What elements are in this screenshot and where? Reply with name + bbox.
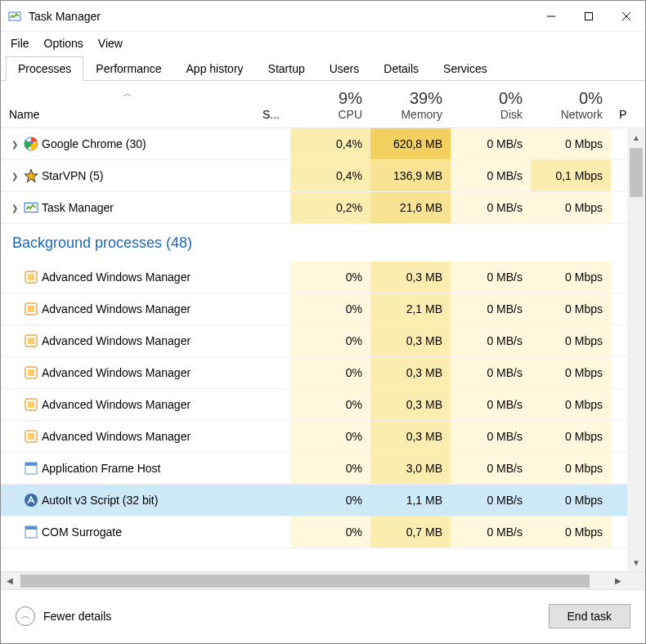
process-network: 0 Mbps [531, 453, 611, 484]
process-row[interactable]: Advanced Windows Manager 0% 2,1 MB 0 MB/… [1, 293, 627, 325]
process-network: 0 Mbps [531, 293, 611, 324]
process-network: 0 Mbps [531, 192, 611, 223]
process-row[interactable]: Advanced Windows Manager 0% 0,3 MB 0 MB/… [1, 421, 627, 453]
process-cpu: 0,2% [290, 192, 370, 223]
col-extra[interactable]: P [611, 103, 627, 127]
process-network: 0 Mbps [531, 357, 611, 388]
process-row[interactable]: Advanced Windows Manager 0% 0,3 MB 0 MB/… [1, 357, 627, 389]
scroll-left-icon[interactable]: ◀ [1, 572, 19, 589]
process-disk: 0 MB/s [451, 128, 531, 159]
expand-icon[interactable]: ❯ [9, 170, 20, 181]
star-icon [24, 168, 38, 183]
menu-file[interactable]: File [4, 35, 36, 51]
process-memory: 136,9 MB [370, 160, 451, 191]
menu-view[interactable]: View [92, 35, 129, 51]
scroll-thumb[interactable] [630, 148, 643, 197]
svg-marker-7 [25, 169, 38, 182]
app-icon [24, 461, 38, 476]
process-name: AutoIt v3 Script (32 bit) [42, 494, 158, 507]
footer: ︿ Fewer details End task [1, 589, 645, 642]
process-row[interactable]: ❯ StarVPN (5) 0,4% 136,9 MB 0 MB/s 0,1 M… [1, 160, 627, 192]
window-title: Task Manager [29, 10, 532, 23]
process-network: 0 Mbps [531, 128, 611, 159]
net-pct: 0% [539, 89, 603, 108]
process-network: 0 Mbps [531, 262, 611, 293]
awm-icon [24, 365, 38, 380]
process-row[interactable]: ❯ Google Chrome (30) 0,4% 620,8 MB 0 MB/… [1, 128, 627, 160]
minimize-button[interactable] [532, 1, 570, 32]
process-disk: 0 MB/s [451, 389, 531, 420]
process-cpu: 0% [290, 485, 370, 516]
process-name: Application Frame Host [42, 462, 161, 475]
tab-details[interactable]: Details [371, 56, 431, 80]
process-disk: 0 MB/s [451, 325, 531, 356]
awm-icon [24, 270, 38, 284]
process-disk: 0 MB/s [451, 485, 531, 516]
col-name[interactable]: ︿ Name [1, 83, 254, 127]
process-name: COM Surrogate [42, 525, 122, 539]
process-disk: 0 MB/s [451, 517, 531, 548]
end-task-button[interactable]: End task [549, 604, 630, 628]
process-network: 0 Mbps [531, 517, 611, 548]
tab-performance[interactable]: Performance [83, 56, 173, 80]
col-cpu[interactable]: 9%CPU [290, 84, 370, 127]
chrome-icon [24, 136, 38, 151]
process-memory: 1,1 MB [370, 485, 451, 516]
process-name: Task Manager [42, 201, 114, 214]
tab-bar: Processes Performance App history Startu… [1, 56, 645, 81]
process-disk: 0 MB/s [451, 160, 531, 191]
process-disk: 0 MB/s [451, 357, 531, 388]
tab-services[interactable]: Services [431, 56, 500, 80]
process-cpu: 0% [290, 262, 370, 293]
process-memory: 2,1 MB [370, 293, 451, 324]
expand-icon[interactable]: ❯ [9, 202, 20, 213]
tab-app-history[interactable]: App history [174, 56, 256, 80]
scroll-up-icon[interactable]: ▲ [627, 128, 645, 146]
disk-pct: 0% [459, 89, 523, 108]
scroll-right-icon[interactable]: ▶ [609, 572, 627, 589]
process-memory: 0,3 MB [370, 325, 451, 356]
fewer-details-button[interactable]: ︿ Fewer details [16, 606, 111, 626]
process-name: StarVPN (5) [42, 169, 103, 182]
process-row[interactable]: Advanced Windows Manager 0% 0,3 MB 0 MB/… [1, 262, 627, 293]
vertical-scrollbar[interactable]: ▲ ▼ [627, 128, 645, 571]
horizontal-scrollbar[interactable]: ◀ ▶ [1, 571, 645, 589]
process-disk: 0 MB/s [451, 262, 531, 293]
tab-users[interactable]: Users [317, 56, 372, 80]
hscroll-thumb[interactable] [20, 575, 590, 588]
col-disk[interactable]: 0%Disk [451, 84, 531, 127]
process-network: 0 Mbps [531, 485, 611, 516]
close-button[interactable] [608, 1, 645, 32]
process-row[interactable]: ❯ Task Manager 0,2% 21,6 MB 0 MB/s 0 Mbp… [1, 192, 627, 224]
maximize-button[interactable] [570, 1, 608, 32]
svg-rect-14 [28, 338, 34, 344]
svg-rect-2 [585, 12, 593, 20]
process-row[interactable]: Advanced Windows Manager 0% 0,3 MB 0 MB/… [1, 325, 627, 357]
process-disk: 0 MB/s [451, 293, 531, 324]
col-memory[interactable]: 39%Memory [370, 84, 451, 127]
process-row[interactable]: AutoIt v3 Script (32 bit) 0% 1,1 MB 0 MB… [1, 485, 627, 517]
task-manager-icon [7, 9, 22, 24]
col-status[interactable]: S... [254, 103, 290, 127]
app-icon [24, 525, 38, 539]
process-row[interactable]: COM Surrogate 0% 0,7 MB 0 MB/s 0 Mbps [1, 517, 627, 548]
process-cpu: 0% [290, 517, 370, 548]
process-row[interactable]: Application Frame Host 0% 3,0 MB 0 MB/s … [1, 453, 627, 485]
expand-icon[interactable]: ❯ [9, 138, 20, 150]
scroll-down-icon[interactable]: ▼ [627, 553, 645, 571]
mem-lbl: Memory [379, 108, 442, 121]
svg-rect-25 [25, 526, 37, 530]
tab-processes[interactable]: Processes [6, 56, 83, 81]
autoit-icon [24, 493, 38, 508]
tab-startup[interactable]: Startup [256, 56, 317, 80]
group-title: Background processes (48) [12, 235, 192, 252]
menu-options[interactable]: Options [38, 35, 90, 51]
col-network[interactable]: 0%Network [531, 84, 611, 127]
disk-lbl: Disk [459, 108, 523, 121]
tm-icon [24, 200, 38, 215]
awm-icon [24, 333, 38, 348]
process-row[interactable]: Advanced Windows Manager 0% 0,3 MB 0 MB/… [1, 389, 627, 421]
svg-rect-18 [28, 401, 34, 408]
process-network: 0 Mbps [531, 421, 611, 452]
svg-rect-10 [28, 274, 34, 280]
